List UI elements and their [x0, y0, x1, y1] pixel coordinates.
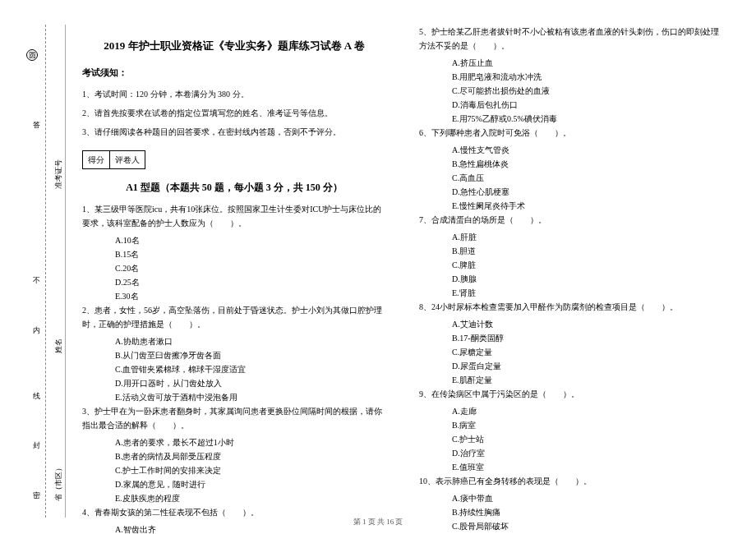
q6-opt-b: B.急性扁桃体炎: [452, 157, 723, 171]
q5-opt-b: B.用肥皂液和流动水冲洗: [452, 70, 723, 84]
q9-opt-b: B.病室: [452, 418, 723, 432]
gutter-label-province: 省（市区）: [53, 464, 64, 501]
q10-stem: 10、表示肺癌已有全身转移的表现是（ ）。: [419, 474, 723, 488]
gutter-label-examid: 准考证号: [53, 159, 64, 189]
q5-stem: 5、护士给某乙肝患者拔针时不小心被粘有该患者血液的针头刺伤，伤口的即刻处理方法不…: [419, 25, 723, 53]
gutter-label-name: 姓名: [53, 338, 64, 353]
score-label: 得分: [83, 151, 110, 168]
q3-opt-a: A.患者的要求，最长不超过1小时: [115, 435, 386, 449]
score-box: 得分 评卷人: [82, 150, 145, 169]
q6-opt-d: D.急性心肌梗塞: [452, 185, 723, 199]
instruction-1: 1、考试时间：120 分钟，本卷满分为 380 分。: [82, 87, 386, 101]
q7-opt-c: C.脾脏: [452, 258, 723, 272]
q3-opt-b: B.患者的病情及局部受压程度: [115, 449, 386, 463]
q7-opt-a: A.肝脏: [452, 230, 723, 244]
q6-stem: 6、下列哪种患者入院时可免浴（ ）。: [419, 126, 723, 140]
q7-opt-d: D.胰腺: [452, 272, 723, 286]
notice-label: 考试须知：: [82, 65, 386, 81]
q7-opt-b: B.胆道: [452, 244, 723, 258]
q1-opt-a: A.10名: [115, 233, 386, 247]
q3-opt-e: E.皮肤疾患的程度: [115, 491, 386, 505]
q2-opt-d: D.用开口器时，从门齿处放入: [115, 376, 386, 390]
q6-opt-e: E.慢性阑尾炎待手术: [452, 199, 723, 213]
q1-opt-d: D.25名: [115, 275, 386, 289]
q7-opt-e: E.肾脏: [452, 286, 723, 300]
q1-opt-c: C.20名: [115, 261, 386, 275]
page-footer: 第 1 页 共 16 页: [0, 517, 756, 527]
q9-opt-d: D.治疗室: [452, 446, 723, 460]
q6-opt-c: C.高血压: [452, 171, 723, 185]
q9-stem: 9、在传染病区中属于污染区的是（ ）。: [419, 387, 723, 401]
instruction-2: 2、请首先按要求在试卷的指定位置填写您的姓名、准考证号等信息。: [82, 106, 386, 120]
q2-opt-a: A.协助患者漱口: [115, 334, 386, 348]
q2-opt-c: C.血管钳夹紧棉球，棉球干湿度适宜: [115, 362, 386, 376]
q6-opt-a: A.慢性支气管炎: [452, 143, 723, 157]
q9-opt-c: C.护士站: [452, 432, 723, 446]
binding-gutter: 省（市区） 姓名 准考证号 圆 密 封 线 内 不 答: [25, 25, 66, 518]
q2-opt-b: B.从门齿至臼齿擦净牙齿各面: [115, 348, 386, 362]
q3-stem: 3、护士甲在为一卧床患者翻身时，其家属询问患者更换卧位间隔时间的根据，请你指出最…: [82, 404, 386, 432]
marker-label: 评卷人: [110, 151, 145, 168]
q8-opt-a: A.艾迪计数: [452, 317, 723, 331]
q8-stem: 8、24小时尿标本检查需要加入甲醛作为防腐剂的检查项目是（ ）。: [419, 300, 723, 314]
q5-opt-a: A.挤压止血: [452, 56, 723, 70]
gutter-circle-top: 圆: [26, 49, 38, 61]
q5-opt-e: E.用75%乙醇或0.5%碘伏消毒: [452, 112, 723, 126]
q5-opt-d: D.消毒后包扎伤口: [452, 98, 723, 112]
q1-opt-e: E.30名: [115, 289, 386, 303]
q2-opt-e: E.活动义齿可放于酒精中浸泡备用: [115, 390, 386, 404]
q3-opt-c: C.护士工作时间的安排来决定: [115, 463, 386, 477]
q5-opt-c: C.尽可能挤出损伤处的血液: [452, 84, 723, 98]
q8-opt-b: B.17-酮类固醇: [452, 331, 723, 345]
q8-opt-e: E.肌酐定量: [452, 373, 723, 387]
left-column: 2019 年护士职业资格证《专业实务》题库练习试卷 A 卷 考试须知： 1、考试…: [66, 25, 403, 518]
q10-opt-a: A.痰中带血: [452, 491, 723, 505]
dotted-seal-line: [45, 25, 46, 518]
part-a-title: A1 型题（本题共 50 题，每小题 3 分，共 150 分）: [82, 179, 386, 196]
right-column: 5、护士给某乙肝患者拔针时不小心被粘有该患者血液的针头刺伤，伤口的即刻处理方法不…: [403, 25, 740, 518]
q1-stem: 1、某三级甲等医院icu，共有10张床位。按照国家卫生计生委对ICU护士与床位比…: [82, 202, 386, 230]
q2-stem: 2、患者，女性，56岁，高空坠落伤，目前处于昏迷状态。护士小刘为其做口腔护理时，…: [82, 303, 386, 331]
instruction-3: 3、请仔细阅读各种题目的回答要求，在密封线内答题，否则不予评分。: [82, 125, 386, 139]
q1-opt-b: B.15名: [115, 247, 386, 261]
q9-opt-a: A.走廊: [452, 404, 723, 418]
q7-stem: 7、合成清蛋白的场所是（ ）。: [419, 213, 723, 227]
q8-opt-c: C.尿糖定量: [452, 345, 723, 359]
q9-opt-e: E.值班室: [452, 460, 723, 474]
q8-opt-d: D.尿蛋白定量: [452, 359, 723, 373]
exam-title: 2019 年护士职业资格证《专业实务》题库练习试卷 A 卷: [82, 37, 386, 55]
q3-opt-d: D.家属的意见，随时进行: [115, 477, 386, 491]
